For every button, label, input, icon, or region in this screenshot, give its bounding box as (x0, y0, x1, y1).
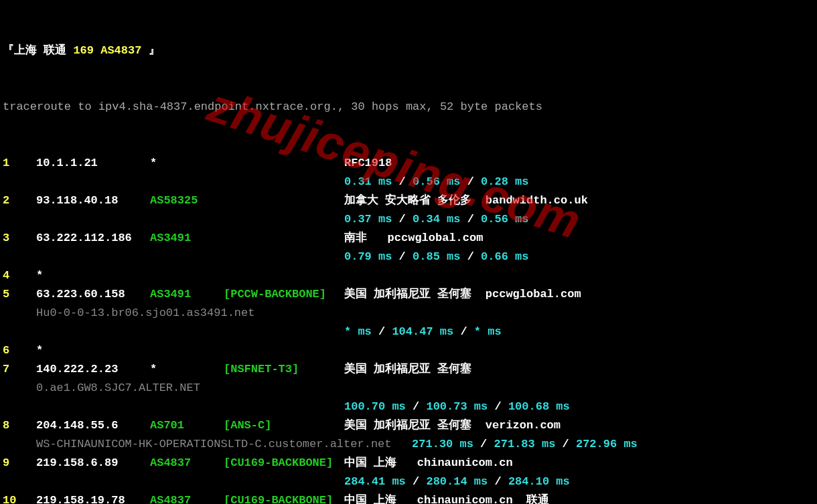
header-place: 上海 (14, 44, 44, 57)
latency-separator: / (453, 325, 474, 338)
latency-value: 104.47 ms (392, 325, 453, 338)
latency-value: 100.68 ms (508, 400, 570, 413)
hop-number: 8 (3, 416, 36, 435)
hop-number: 4 (3, 266, 36, 285)
hop-latency-line: 0.79 ms / 0.85 ms / 0.66 ms (3, 248, 814, 266)
hop-ip: 93.118.40.18 (36, 191, 150, 210)
latency-value: 0.37 ms (344, 213, 392, 226)
latency-value: 284.41 ms (344, 475, 406, 488)
latency-separator: / (392, 213, 413, 226)
hop-asn: AS701 (150, 416, 224, 435)
bracket-open: 『 (3, 44, 14, 57)
hop-latency-line: 284.41 ms / 280.14 ms / 284.10 ms (3, 473, 814, 491)
latency-separator: / (406, 475, 427, 488)
hop-asn: * (150, 360, 224, 379)
hop-location: 中国 上海 chinaunicom.cn (344, 454, 513, 473)
hop-row: 363.222.112.186AS3491南非 pccwglobal.com (3, 229, 814, 248)
hop-latency-line: 0.31 ms / 0.56 ms / 0.28 ms (3, 173, 814, 191)
hop-backbone: [ANS-C] (224, 416, 344, 435)
hop-number: 3 (3, 229, 36, 248)
hop-location: 美国 加利福尼亚 圣何塞 verizon.com (344, 416, 561, 435)
hop-location: 美国 加利福尼亚 圣何塞 (344, 360, 471, 379)
latency-value: 0.34 ms (413, 213, 460, 226)
hop-number: 7 (3, 360, 36, 379)
hop-number: 9 (3, 454, 36, 473)
hop-ip: 10.1.1.21 (36, 154, 150, 173)
hop-backbone: [CU169-BACKBONE] (224, 454, 344, 473)
latency-separator: / (392, 175, 413, 188)
traceroute-command: traceroute to ipv4.sha-4837.endpoint.nxt… (3, 98, 814, 116)
latency-value: 271.83 ms (494, 438, 556, 450)
hop-location: RFC1918 (344, 154, 392, 173)
latency-separator: / (372, 325, 392, 338)
hop-number: 2 (3, 191, 36, 210)
latency-separator: / (460, 213, 481, 226)
hop-location: 南非 pccwglobal.com (344, 229, 483, 248)
latency-value: 0.56 ms (413, 175, 460, 188)
latency-value: 0.79 ms (344, 250, 392, 263)
latency-value: 100.73 ms (426, 400, 488, 413)
latency-value: 280.14 ms (426, 475, 488, 488)
hop-asn: AS3491 (150, 229, 224, 248)
hop-row: 6* (3, 341, 814, 360)
hop-asn: * (150, 154, 224, 173)
hop-row: 8204.148.55.6AS701[ANS-C]美国 加利福尼亚 圣何塞 ve… (3, 416, 814, 435)
hop-row: 293.118.40.18AS58325加拿大 安大略省 多伦多 bandwid… (3, 191, 814, 210)
latency-separator: / (460, 250, 481, 263)
latency-separator: / (406, 400, 427, 413)
hop-row: 10219.158.19.78AS4837[CU169-BACKBONE]中国 … (3, 491, 814, 504)
hop-number: 10 (3, 491, 36, 504)
hop-backbone: [NSFNET-T3] (224, 360, 344, 379)
hop-latency-line: 100.70 ms / 100.73 ms / 100.68 ms (3, 398, 814, 416)
hop-location: 中国 上海 chinaunicom.cn 联通 (344, 491, 549, 504)
latency-value: 0.28 ms (481, 175, 528, 188)
hop-number: 6 (3, 341, 36, 360)
hop-ip: * (36, 266, 150, 285)
hop-latency-line: 0.37 ms / 0.34 ms / 0.56 ms (3, 210, 814, 229)
hop-row: 4* (3, 266, 814, 285)
hop-ip: 63.222.112.186 (36, 229, 150, 248)
latency-value: 284.10 ms (508, 475, 570, 488)
hop-ip: * (36, 341, 150, 360)
latency-separator: / (473, 438, 494, 450)
bracket-close: 』 (149, 44, 160, 57)
hop-number: 5 (3, 285, 36, 304)
header-isp: 联通 (44, 44, 66, 57)
latency-value: 0.31 ms (344, 175, 392, 188)
hop-latency-line: * ms / 104.47 ms / * ms (3, 323, 814, 341)
latency-value: 0.66 ms (481, 250, 528, 263)
hop-row: 7140.222.2.23*[NSFNET-T3]美国 加利福尼亚 圣何塞 (3, 360, 814, 379)
hop-row: 110.1.1.21*RFC1918 (3, 154, 814, 173)
hop-row: 9219.158.6.89AS4837[CU169-BACKBONE]中国 上海… (3, 454, 814, 473)
hop-ip: 219.158.6.89 (36, 454, 150, 473)
hop-ip: 204.148.55.6 (36, 416, 150, 435)
latency-value: 0.56 ms (481, 213, 528, 226)
header-line: 『上海 联通 169 AS4837 』 (3, 41, 814, 60)
terminal-output: 『上海 联通 169 AS4837 』 traceroute to ipv4.s… (0, 0, 817, 504)
hop-asn: AS4837 (150, 491, 224, 504)
latency-separator: / (555, 438, 576, 450)
latency-value: * ms (344, 325, 372, 338)
latency-value: 100.70 ms (344, 400, 406, 413)
latency-value: 271.30 ms (412, 438, 473, 450)
hop-ptr: Hu0-0-0-13.br06.sjo01.as3491.net (3, 304, 814, 323)
latency-separator: / (392, 250, 413, 263)
hop-ptr-line: WS-CHINAUNICOM-HK-OPERATIONSLTD-C.custom… (3, 435, 814, 454)
hop-location: 加拿大 安大略省 多伦多 bandwidth.co.uk (344, 191, 588, 210)
hop-number: 1 (3, 154, 36, 173)
latency-separator: / (488, 475, 508, 488)
latency-value: 0.85 ms (413, 250, 460, 263)
hop-ip: 63.223.60.158 (36, 285, 150, 304)
hop-ptr: 0.ae1.GW8.SJC7.ALTER.NET (3, 379, 814, 398)
hop-ip: 140.222.2.23 (36, 360, 150, 379)
hop-ptr: WS-CHINAUNICOM-HK-OPERATIONSLTD-C.custom… (3, 438, 412, 450)
hop-asn: AS4837 (150, 454, 224, 473)
latency-separator: / (460, 175, 481, 188)
hop-backbone: [CU169-BACKBONE] (224, 491, 344, 504)
latency-separator: / (488, 400, 508, 413)
hop-location: 美国 加利福尼亚 圣何塞 pccwglobal.com (344, 285, 581, 304)
hop-ip: 219.158.19.78 (36, 491, 150, 504)
hop-asn: AS58325 (150, 191, 224, 210)
latency-value: * ms (474, 325, 502, 338)
header-asn: 169 AS4837 (66, 44, 148, 57)
